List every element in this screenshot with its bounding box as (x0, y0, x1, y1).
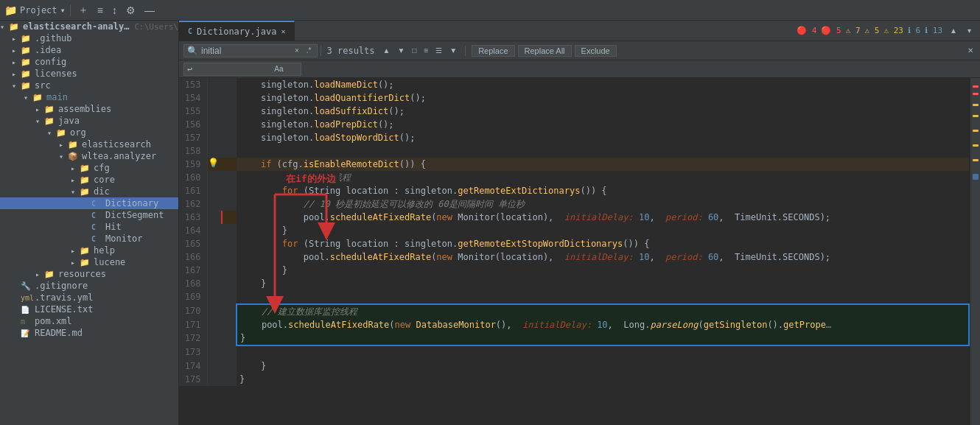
scroll-thumb[interactable] (973, 174, 979, 180)
sidebar-item-elasticsearch[interactable]: ▸ 📁 elasticsearch (0, 138, 178, 150)
sidebar-item-licenses[interactable]: ▸ 📁 licenses (0, 68, 178, 80)
toolbar-settings-btn[interactable]: ⚙ (123, 3, 139, 18)
search-sep (321, 46, 321, 56)
collapse-counts-btn[interactable]: ▾ (965, 25, 974, 36)
expand-arrow: ▾ (59, 152, 68, 161)
line-number: 164 (179, 224, 207, 237)
folder-icon: 📁 (21, 69, 32, 79)
sidebar-item-help[interactable]: ▸ 📁 help (0, 245, 178, 256)
line-code: // 建立监控线程 (237, 171, 969, 184)
sidebar-item-dictionary[interactable]: C Dictionary (0, 197, 178, 209)
sidebar-item-license[interactable]: 📄 LICENSE.txt (0, 303, 178, 315)
toolbar-sort-btn[interactable]: ↕ (109, 3, 120, 18)
warn-marker-4 (973, 144, 979, 147)
warn-count-3: ⚠ 23 (883, 26, 903, 35)
line-gutter (207, 144, 222, 158)
item-label: main (46, 92, 68, 102)
exclude-btn[interactable]: Exclude (575, 45, 617, 57)
line-gutter: 💡 (207, 158, 222, 171)
find-all-btn[interactable]: □ (410, 46, 419, 55)
line-gutter (207, 250, 222, 264)
replace-btn[interactable]: Replace (472, 45, 514, 57)
sidebar-item-resources[interactable]: ▸ 📁 resources (0, 268, 178, 280)
line-code: } (237, 359, 969, 373)
expand-counts-btn[interactable]: ▲ (947, 25, 960, 36)
sidebar-item-assemblies[interactable]: ▸ 📁 assemblies (0, 103, 178, 115)
item-label: LICENSE.txt (35, 304, 93, 315)
xml-icon: yml (21, 294, 32, 302)
sidebar-item-readme[interactable]: 📝 README.md (0, 327, 178, 339)
table-row: 165 for (String location : singleton.get… (179, 237, 969, 250)
regex-search-btn[interactable]: .* (304, 46, 314, 55)
expand-arrow: ▸ (12, 70, 21, 78)
toolbar-minimize-btn[interactable]: — (141, 3, 158, 18)
warn-marker-3 (973, 130, 979, 132)
sidebar-item-org[interactable]: ▾ 📁 org (0, 127, 178, 138)
replace-toggle-btn[interactable]: ≡ (421, 46, 430, 55)
replace-input[interactable] (195, 64, 269, 74)
project-dropdown-icon[interactable]: ▾ (60, 5, 66, 15)
sidebar-item-github[interactable]: ▸ 📁 .github (0, 32, 178, 44)
next-result-btn[interactable]: ▼ (395, 46, 407, 55)
replace-all-btn[interactable]: Replace All (518, 45, 572, 57)
sidebar-item-idea[interactable]: ▸ 📁 .idea (0, 44, 178, 56)
project-label: Project (20, 5, 57, 15)
sidebar-item-src[interactable]: ▾ 📁 src (0, 80, 178, 91)
tab-close-btn[interactable]: ✕ (281, 27, 285, 35)
line-number: 163 (179, 211, 207, 224)
expand-arrow: ▸ (71, 176, 80, 184)
search-input[interactable] (201, 46, 290, 56)
sidebar-item-cfg[interactable]: ▸ 📁 cfg (0, 162, 178, 174)
prev-result-btn[interactable]: ▲ (381, 46, 393, 55)
table-row: 173 (179, 345, 969, 359)
folder-icon: 📁 (9, 22, 21, 32)
clear-search-btn[interactable]: × (293, 46, 301, 55)
tab-dictionary-java[interactable]: C Dictionary.java ✕ (179, 21, 295, 41)
expand-arrow: ▸ (12, 46, 21, 55)
line-number: 154 (179, 91, 207, 105)
sidebar-item-monitor[interactable]: C Monitor (0, 233, 178, 245)
toolbar-list-btn[interactable]: ≡ (94, 3, 106, 18)
table-row: 174 } (179, 359, 969, 373)
sidebar-item-gitignore[interactable]: 🔧 .gitignore (0, 280, 178, 292)
sidebar-item-dic[interactable]: ▾ 📁 dic (0, 186, 178, 197)
item-label: wltea.analyzer (82, 151, 156, 161)
item-label: assemblies (58, 104, 111, 114)
editor-right-panel[interactable] (970, 78, 980, 425)
sidebar-item-lucene[interactable]: ▸ 📁 lucene (0, 256, 178, 268)
folder-icon: 📁 (21, 57, 32, 67)
folder-icon: 📁 (44, 105, 56, 114)
line-gutter (207, 91, 222, 105)
item-label: Hit (105, 222, 122, 232)
sidebar-item-project-root[interactable]: ▾ 📁 elasticsearch-analysis-ik C:\Users\ (0, 21, 178, 32)
expand-arrow: ▾ (47, 129, 56, 137)
folder-icon: 📁 (56, 128, 68, 138)
filter-btn[interactable]: ▼ (447, 46, 459, 55)
line-gutter (207, 277, 222, 290)
sidebar-item-main[interactable]: ▾ 📁 main (0, 91, 178, 103)
case-sensitive-btn[interactable]: Aa (272, 64, 285, 74)
exclude-toggle-btn[interactable]: ☰ (433, 46, 444, 55)
tab-bar: C Dictionary.java ✕ 🔴 4 🔴 5 ⚠ 7 ⚠ 5 ⚠ 23… (179, 21, 980, 41)
info-count-1: ℹ 6 (908, 26, 920, 35)
sidebar-item-dictsegment[interactable]: C DictSegment (0, 209, 178, 221)
expand-arrow: ▸ (71, 259, 80, 267)
item-label: README.md (35, 328, 83, 338)
editor-content[interactable]: 在if的外边 (179, 78, 970, 425)
close-search-btn[interactable]: ✕ (965, 46, 976, 55)
line-gutter (207, 171, 222, 184)
item-label: cfg (94, 163, 110, 173)
error-marker-1 (973, 85, 979, 88)
toolbar-add-btn[interactable]: ＋ (75, 2, 91, 18)
xml-icon: m (21, 317, 32, 326)
sidebar-item-core[interactable]: ▸ 📁 core (0, 174, 178, 186)
line-code: singleton.loadQuantifierDict(); (237, 91, 969, 105)
sidebar-item-wltea-analyzer[interactable]: ▾ 📦 wltea.analyzer (0, 150, 178, 162)
sidebar-item-config[interactable]: ▸ 📁 config (0, 56, 178, 68)
sidebar-item-pom[interactable]: m pom.xml (0, 315, 178, 327)
sidebar-item-java[interactable]: ▾ 📁 java (0, 115, 178, 127)
sidebar-item-travis[interactable]: yml .travis.yml (0, 292, 178, 303)
expand-arrow: ▸ (12, 58, 21, 66)
sidebar-item-hit[interactable]: C Hit (0, 221, 178, 233)
item-label: Dictionary (105, 198, 158, 208)
